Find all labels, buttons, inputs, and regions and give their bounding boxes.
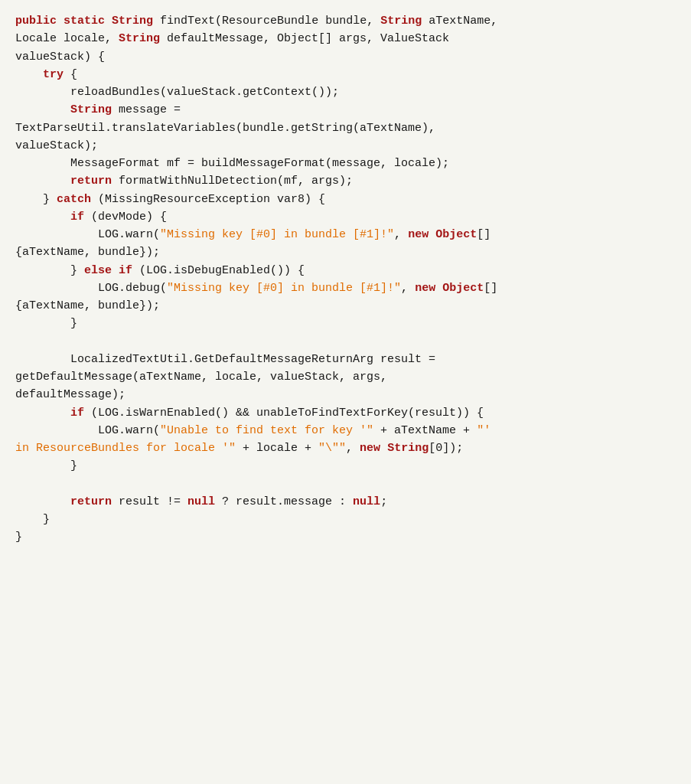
code-content: public static String findText(ResourceBu… bbox=[15, 12, 676, 547]
code-viewer: public static String findText(ResourceBu… bbox=[0, 0, 691, 784]
